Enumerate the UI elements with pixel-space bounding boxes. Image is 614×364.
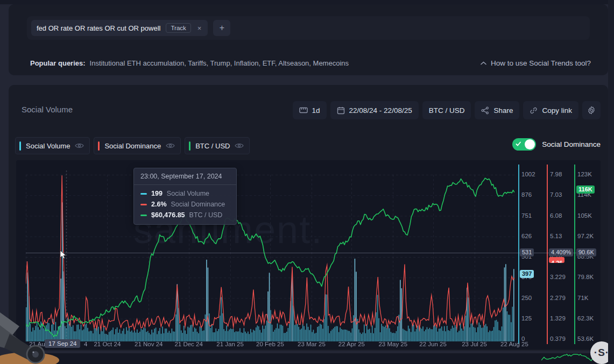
axis-tick-label: 125: [521, 315, 532, 322]
check-icon: [516, 141, 521, 147]
x-axis-label: 20 Feb 25: [256, 341, 284, 347]
query-chip[interactable]: fed OR rate OR rates OR cut OR powell Tr…: [31, 20, 208, 36]
add-query-button[interactable]: +: [213, 20, 230, 36]
x-axis-label: 21 Jan 25: [216, 341, 244, 347]
share-button[interactable]: Share: [475, 101, 519, 119]
chevron-up-icon: [481, 61, 486, 65]
date-range-button[interactable]: 22/08/24 - 22/08/25: [330, 101, 419, 119]
calendar-icon: [337, 106, 345, 115]
help-link[interactable]: How to use Social Trends tool?: [481, 59, 591, 67]
x-axis-label: 22 Jun 25: [419, 341, 447, 347]
legend-label: Social Volume: [26, 142, 70, 150]
crosshair-horizontal-line: [26, 253, 587, 253]
x-axis-label: 22 Apr 25: [338, 341, 365, 347]
asset-pair-button[interactable]: BTC / USD: [422, 101, 471, 119]
axis-tick-label: 2.279: [550, 295, 566, 301]
remove-query-icon[interactable]: ×: [196, 24, 203, 32]
axis-line-social-volume: [518, 165, 519, 344]
axis-tick-label: 53.6K: [577, 336, 594, 342]
copy-link-button[interactable]: Copy link: [523, 101, 578, 119]
search-input[interactable]: fed OR rate OR rates OR cut OR powell Tr…: [27, 16, 590, 40]
axis-tick-label: 7.98: [550, 171, 562, 177]
date-range-label: 22/08/24 - 22/08/25: [349, 106, 412, 115]
axis-tick-label: 105K: [577, 212, 592, 219]
query-panel: fed OR rate OR rates OR cut OR powell Tr…: [9, 4, 608, 75]
gear-icon: [587, 106, 596, 115]
axis-tick-label: 123K: [577, 171, 592, 177]
eye-icon[interactable]: [166, 142, 175, 149]
crosshair-badge-btc-usd: 90.6K: [576, 248, 596, 256]
tooltip-row-btc-usd: $60,476.85 BTC / USD: [140, 211, 230, 219]
tooltip-row-social-volume: 199 Social Volume: [140, 190, 230, 197]
crosshair-badge-social-dominance: 4.409%: [549, 248, 573, 256]
legend-color-bar: [189, 141, 190, 151]
current-badge-btc-usd: 116K: [576, 185, 595, 194]
tooltip-timestamp: 23:00, September 17, 2024: [134, 168, 236, 185]
x-axis-label: 23 Jul 25: [462, 341, 487, 347]
chart-tooltip: 23:00, September 17, 2024 199 Social Vol…: [133, 168, 237, 225]
series-dash-icon: [140, 204, 147, 205]
axis-tick-label: 250: [521, 295, 532, 301]
next-panel-peek: [9, 353, 608, 364]
axis-tick-label: 71K: [577, 295, 588, 301]
x-axis-label: 23 Mar 25: [298, 341, 326, 347]
series-dash-icon: [140, 215, 147, 216]
toggle-label: Social Dominance: [542, 140, 601, 148]
axis-tick-label: 751: [521, 212, 532, 219]
link-icon: [530, 106, 538, 115]
axis-tick-label: 876: [521, 191, 532, 198]
axis-tick-label: 79.8K: [577, 274, 594, 280]
crosshair-x-label: 17 Sep 24: [45, 339, 80, 348]
axis-line-btc-usd: [574, 165, 575, 344]
social-volume-panel: Social Volume 1d 22/08/24 - 22/08/25 BTC…: [9, 85, 608, 351]
eye-icon[interactable]: [75, 142, 84, 149]
tooltip-row-social-dominance: 2.6% Social Dominance: [140, 201, 230, 208]
popular-queries-list[interactable]: Institutional ETH accumulation, Tariffs,…: [90, 59, 349, 67]
x-axis-label: 21 Dec 24: [174, 341, 202, 347]
legend-color-bar: [98, 141, 100, 151]
axis-line-social-dominance: [547, 165, 548, 344]
social-volume-chart[interactable]: [26, 167, 514, 348]
legend-chip-social-dominance[interactable]: Social Dominance: [94, 137, 181, 154]
app-root: fed OR rate OR rates OR cut OR powell Tr…: [0, 0, 614, 364]
axis-tick-label: 6.08: [550, 212, 562, 219]
crosshair-badge-social-volume: 531: [520, 248, 534, 256]
help-link-label: How to use Social Trends tool?: [491, 59, 591, 67]
legend-label: Social Dominance: [104, 142, 161, 150]
axis-tick-label: 7.03: [550, 191, 562, 198]
series-dash-icon: [140, 193, 147, 195]
axis-tick-label: 62.3K: [577, 315, 594, 322]
eye-icon[interactable]: [235, 142, 244, 149]
popular-queries-row: Popular queries: Institutional ETH accum…: [30, 59, 606, 67]
axis-tick-label: 1.329: [550, 315, 566, 322]
axis-tick-label: 3.229: [550, 274, 566, 280]
track-button[interactable]: Track: [166, 23, 190, 33]
axis-tick-label: 97.2K: [577, 233, 594, 239]
toggle-knob: [525, 139, 535, 149]
social-dominance-toggle[interactable]: [512, 138, 536, 151]
share-icon: [481, 106, 489, 115]
interval-icon: [299, 106, 308, 114]
legend-label: BTC / USD: [195, 142, 230, 150]
interval-button[interactable]: 1d: [293, 101, 327, 119]
legend-color-bar: [19, 141, 21, 151]
current-badge-social-volume: 397: [520, 270, 534, 278]
legend-chip-social-volume[interactable]: Social Volume: [15, 137, 90, 154]
chart-controls: 1d 22/08/24 - 22/08/25 BTC / USD Share C…: [293, 101, 601, 119]
legend-row: Social Volume Social Dominance BTC / USD: [15, 137, 250, 154]
x-axis-label: 23 May 25: [378, 341, 407, 347]
settings-button[interactable]: [582, 101, 601, 119]
axis-tick-label: 626: [521, 233, 532, 239]
x-axis-label: 21 Oct 24: [94, 341, 121, 347]
axis-tick-label: 1002: [521, 171, 535, 177]
chart-area: santiment. 10028767516265013762501250 7.…: [16, 160, 601, 349]
current-badge-social-dominance: 4.26: [549, 257, 564, 263]
axis-tick-label: 5.13: [550, 233, 562, 239]
x-axis-label: 21 Nov 24: [135, 341, 163, 347]
popular-queries-label: Popular queries:: [30, 59, 86, 67]
right-strip: [608, 0, 614, 364]
interval-label: 1d: [312, 106, 320, 115]
social-dominance-toggle-row: Social Dominance: [512, 138, 601, 151]
legend-chip-btc-usd[interactable]: BTC / USD: [185, 137, 250, 154]
copy-link-label: Copy link: [542, 106, 572, 115]
